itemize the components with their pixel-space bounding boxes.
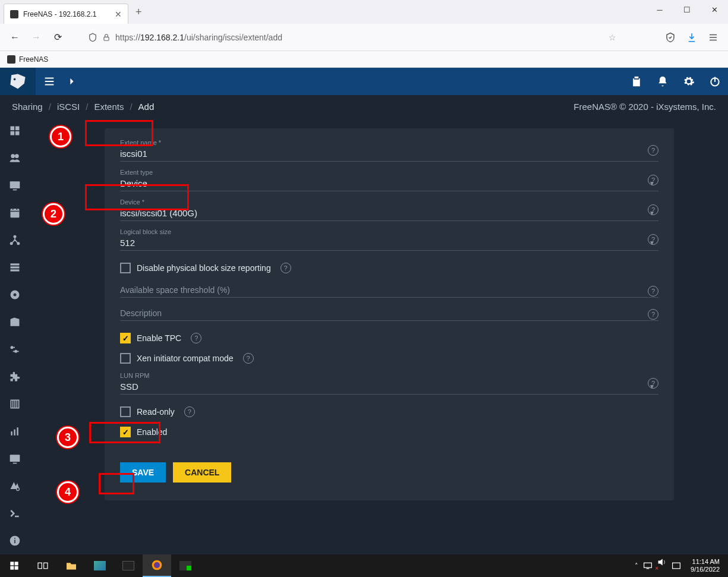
sidebar-plugins-icon[interactable] (8, 370, 22, 384)
svg-rect-35 (44, 563, 48, 569)
bookmark-item[interactable]: FreeNAS (19, 55, 48, 64)
start-button[interactable] (0, 554, 29, 577)
sidebar-storage-icon[interactable] (8, 260, 22, 275)
enable-tpc-row[interactable]: ✓ Enable TPC ? (120, 328, 658, 348)
browser-tabs: FreeNAS - 192.168.2.1 ✕ + (0, 0, 728, 24)
clipboard-icon[interactable] (623, 68, 650, 95)
sidebar-guide-icon[interactable] (8, 534, 22, 548)
sidebar-nav (0, 118, 30, 554)
breadcrumb-extents[interactable]: Extents (94, 102, 124, 112)
svg-rect-39 (673, 563, 680, 569)
power-icon[interactable] (702, 68, 728, 95)
form-buttons: SAVE CANCEL (120, 462, 658, 483)
sidebar-dashboard-icon[interactable] (8, 124, 22, 138)
help-icon[interactable]: ? (648, 204, 658, 215)
bookmark-bar: FreeNAS (0, 51, 728, 68)
threshold-field[interactable]: Available space threshold (%) ? (120, 284, 658, 298)
xen-row[interactable]: Xen initiator compat mode ? (120, 348, 658, 368)
extent-name-field[interactable]: Extent name * iscsi01 ? (120, 139, 658, 162)
device-field[interactable]: Device * iscsi/iscsi01 (400G)▼ ? (120, 198, 658, 221)
readonly-row[interactable]: Read-only ? (120, 402, 658, 422)
device-value: iscsi/iscsi01 (400G) (120, 208, 649, 218)
browser-toolbar: ← → ⟳ https://192.168.2.1/ui/sharing/isc… (0, 24, 728, 51)
new-tab-button[interactable]: + (128, 6, 149, 18)
notifications-icon[interactable] (650, 68, 676, 95)
help-icon[interactable]: ? (648, 378, 658, 389)
taskbar-firefox-icon[interactable] (143, 554, 171, 577)
breadcrumb-sharing[interactable]: Sharing (12, 102, 43, 112)
window-maximize[interactable]: ☐ (673, 0, 701, 19)
sidebar-jails-icon[interactable] (8, 397, 22, 411)
lock-icon (102, 33, 111, 42)
help-icon[interactable]: ? (191, 333, 201, 343)
pocket-icon[interactable] (661, 29, 679, 46)
sidebar-network-icon[interactable] (8, 233, 22, 247)
help-icon[interactable]: ? (648, 309, 658, 320)
settings-icon[interactable] (676, 68, 702, 95)
description-field[interactable]: Description ? (120, 307, 658, 321)
sidebar-sharing-icon[interactable] (8, 315, 22, 329)
sidebar-accounts-icon[interactable] (8, 151, 22, 165)
sidebar-tasks-icon[interactable] (8, 206, 22, 220)
help-icon[interactable]: ? (648, 175, 658, 185)
sidebar-display-icon[interactable] (8, 479, 22, 493)
browser-tab-active[interactable]: FreeNAS - 192.168.2.1 ✕ (4, 4, 128, 24)
tray-volume-icon[interactable]: ✕ (657, 558, 667, 573)
taskbar-app2-icon[interactable] (171, 554, 200, 577)
checkbox-unchecked-icon[interactable] (120, 406, 131, 417)
tray-network-icon[interactable] (643, 562, 653, 570)
window-close[interactable]: ✕ (701, 0, 728, 19)
taskbar-terminal-icon[interactable] (114, 554, 143, 577)
help-icon[interactable]: ? (648, 286, 658, 297)
task-view-button[interactable] (29, 554, 57, 577)
sidebar-vm-icon[interactable] (8, 452, 22, 466)
forward-button[interactable]: → (27, 29, 45, 46)
breadcrumb-iscsi[interactable]: iSCSI (57, 102, 80, 112)
checkbox-unchecked-icon[interactable] (120, 353, 131, 364)
save-button[interactable]: SAVE (120, 462, 166, 483)
taskbar-explorer-icon[interactable] (57, 554, 86, 577)
chevron-right-icon[interactable] (63, 77, 81, 86)
menu-icon[interactable] (704, 29, 722, 46)
sidebar-toggle-button[interactable] (36, 75, 63, 88)
svg-rect-9 (10, 181, 20, 188)
sidebar-reporting-icon[interactable] (8, 424, 22, 439)
bookmark-star-icon[interactable]: ☆ (609, 33, 616, 42)
help-icon[interactable]: ? (648, 145, 658, 156)
disable-phys-label: Disable physical block size reporting (137, 263, 271, 273)
svg-rect-5 (11, 131, 15, 135)
reload-button[interactable]: ⟳ (49, 29, 67, 46)
sidebar-shell-icon[interactable] (8, 506, 22, 521)
cancel-button[interactable]: CANCEL (173, 462, 231, 483)
taskbar-app-icon[interactable] (86, 554, 114, 577)
lun-rpm-field[interactable]: LUN RPM SSD▼ ? (120, 372, 658, 395)
annotation-marker-4: 4 (57, 481, 78, 503)
url-bar[interactable]: https://192.168.2.1/ui/sharing/iscsi/ext… (82, 28, 622, 47)
lbs-label: Logical block size (120, 228, 658, 235)
window-minimize[interactable]: ─ (646, 0, 673, 19)
sidebar-directory-icon[interactable] (8, 288, 22, 302)
download-icon[interactable] (683, 29, 701, 46)
tray-chevron-icon[interactable]: ˄ (635, 562, 638, 570)
freenas-logo-icon[interactable] (0, 68, 36, 95)
help-icon[interactable]: ? (184, 406, 195, 417)
shield-icon (88, 33, 97, 42)
svg-rect-17 (11, 269, 20, 271)
checkbox-checked-icon[interactable]: ✓ (120, 333, 131, 343)
tray-clock[interactable]: 11:14 AM 9/16/2022 (686, 558, 724, 573)
tab-close-icon[interactable]: ✕ (115, 10, 122, 19)
help-icon[interactable]: ? (281, 263, 291, 273)
checkbox-unchecked-icon[interactable] (120, 263, 131, 273)
extent-type-field[interactable]: Extent type Device▼ ? (120, 169, 658, 191)
logical-block-size-field[interactable]: Logical block size 512▼ ? (120, 228, 658, 251)
disable-phys-row[interactable]: Disable physical block size reporting ? (120, 258, 658, 278)
lun-rpm-value: SSD (120, 381, 649, 392)
back-button[interactable]: ← (6, 29, 24, 46)
sidebar-system-icon[interactable] (8, 178, 22, 193)
help-icon[interactable]: ? (648, 234, 658, 245)
checkbox-checked-icon[interactable]: ✓ (120, 427, 131, 437)
enabled-row[interactable]: ✓ Enabled (120, 422, 658, 442)
help-icon[interactable]: ? (243, 353, 254, 364)
sidebar-services-icon[interactable] (8, 342, 22, 357)
tray-notifications-icon[interactable] (672, 562, 681, 570)
